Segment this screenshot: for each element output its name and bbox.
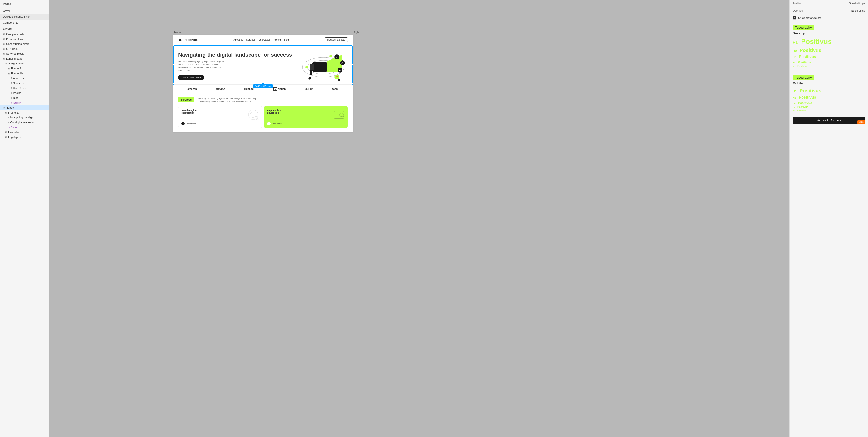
logo-icon <box>178 38 182 42</box>
logo-text: Positivus <box>184 38 198 42</box>
component-icon: ◇ <box>8 126 9 128</box>
layer-navigating-text[interactable]: T Navigating the digit... <box>0 115 49 120</box>
layer-logotypes[interactable]: ▣ Logotypes <box>0 135 49 139</box>
prototype-checkbox[interactable]: ✓ <box>793 16 796 20</box>
hero-description: Our digital marketing agency helps busin… <box>178 60 227 72</box>
learn-more-icon-seo: → <box>181 122 185 125</box>
typography-desktop-section: Typography Desktop H1 Positivus H2 Posit… <box>790 22 868 72</box>
text-icon: T <box>11 97 12 99</box>
logo-hubspot: HubSpot <box>244 88 254 90</box>
pages-header: Pages + <box>0 0 49 8</box>
layer-services-text[interactable]: T Services <box>0 81 49 86</box>
layer-navigation-bar[interactable]: ⊟ Navigation bar <box>0 61 49 66</box>
layer-pricing-text[interactable]: T Pricing <box>0 91 49 95</box>
canvas-frame: Positivus About us Services Use Cases Pr… <box>173 35 353 132</box>
layer-illustration[interactable]: ▣ Illustration <box>0 130 49 135</box>
site-nav: Positivus About us Services Use Cases Pr… <box>173 35 353 45</box>
text-icon: T <box>11 92 12 94</box>
hero-frame: 1440 × 515 Hug Navigating the digital la… <box>173 45 353 84</box>
logo-amazon: amazon <box>188 88 197 90</box>
h5-label: H5 <box>793 65 795 68</box>
layer-our-digital-text[interactable]: T Our digital marketin... <box>0 120 49 125</box>
layer-button-component-nav[interactable]: ◇ Button <box>0 100 49 105</box>
group-icon: ⊟ <box>3 106 5 109</box>
seo-illustration <box>247 108 259 121</box>
position-label: Position <box>793 2 847 5</box>
mobile-h3-label: H3 <box>793 102 796 104</box>
svg-point-25 <box>340 113 343 117</box>
layer-blog-text[interactable]: T Blog <box>0 95 49 100</box>
position-row: Position Scroll with pa <box>790 0 868 7</box>
site-nav-links: About us Services Use Cases Pricing Blog <box>234 38 289 41</box>
typo-h5-mobile: H5 Positivus <box>793 109 865 112</box>
layer-process-block[interactable]: ▣ Process block <box>0 36 49 41</box>
group-icon: ▣ <box>3 33 5 35</box>
page-desktop-phone-style[interactable]: Desktop, Phone, Style <box>0 14 49 20</box>
layer-cta-block[interactable]: ▣ CTA block <box>0 46 49 51</box>
nav-link-pricing[interactable]: Pricing <box>273 38 281 41</box>
layer-use-cases-text[interactable]: T Use Cases <box>0 86 49 91</box>
layer-landing-page[interactable]: ▣ Landing page <box>0 56 49 61</box>
page-cover[interactable]: Cover <box>0 8 49 14</box>
typo-h2-desktop: H2 Positivus <box>793 48 865 53</box>
frame-icon: ▣ <box>5 131 7 133</box>
card-title-seo: Search engine optimization <box>181 109 206 114</box>
h2-label: H2 <box>793 49 797 53</box>
hero-title: Navigating the digital landscape for suc… <box>178 52 299 58</box>
layer-services-block[interactable]: ▣ Services block <box>0 51 49 56</box>
svg-marker-0 <box>178 38 182 41</box>
book-consultation-button[interactable]: Book a consultation <box>178 75 205 80</box>
layer-case-studies-block[interactable]: ▣ Case studies block <box>0 41 49 46</box>
card-title-ppc: Pay-per-click advertising <box>267 109 292 114</box>
pages-label: Pages <box>3 2 11 5</box>
layer-group-of-cards[interactable]: ▣ Group of cards <box>0 32 49 36</box>
frame-icon: ▣ <box>3 57 5 60</box>
add-page-button[interactable]: + <box>44 2 46 6</box>
layer-frame-10[interactable]: ▣ Frame 10 <box>0 71 49 76</box>
nav-link-services[interactable]: Services <box>246 38 255 41</box>
layer-button-component-header[interactable]: ◇ Button <box>0 125 49 130</box>
svg-text:⬡: ⬡ <box>341 62 343 64</box>
mobile-h4-label: H4 <box>793 106 795 108</box>
text-icon: T <box>8 121 9 124</box>
svg-text:📍: 📍 <box>336 76 339 79</box>
mobile-h5-text: Positivus <box>797 109 806 112</box>
size-badge: 1440 × 515 Hug <box>253 84 273 88</box>
position-value: Scroll with pa <box>849 2 865 5</box>
frame-icon: ▣ <box>3 38 5 40</box>
nav-link-usecases[interactable]: Use Cases <box>258 38 270 41</box>
left-panel: Pages + Cover Desktop, Phone, Style Comp… <box>0 0 49 437</box>
logo-netflix: NETFLIX <box>305 88 313 90</box>
nav-link-about[interactable]: About us <box>234 38 243 41</box>
request-quote-button[interactable]: Request a quote <box>324 37 348 42</box>
pages-section: Pages + Cover Desktop, Phone, Style Comp… <box>0 0 49 26</box>
learn-more-ppc[interactable]: → Learn more <box>267 122 282 125</box>
font-find-badge[interactable]: You can find font here XDA <box>793 117 865 124</box>
services-section: Services At our digital marketing agency… <box>173 93 353 132</box>
svg-text:▶: ▶ <box>339 69 341 72</box>
mobile-h4-text: Positivus <box>797 106 808 108</box>
layer-frame-9[interactable]: ▣ Frame 9 <box>0 66 49 71</box>
layers-label: Layers <box>0 26 49 32</box>
services-description: At our digital marketing agency, we offe… <box>198 97 259 103</box>
svg-rect-3 <box>312 62 327 72</box>
frame-icon: ▣ <box>3 53 5 55</box>
svg-rect-24 <box>334 111 344 119</box>
learn-more-seo[interactable]: → Learn more <box>181 122 196 125</box>
service-cards-grid: Search engine optimization → Learn more <box>178 106 348 128</box>
main-canvas[interactable]: Home Style Positivus About us Services U… <box>49 0 789 437</box>
svg-point-16 <box>305 66 308 68</box>
typo-h3-mobile: H3 Positivus <box>793 101 865 105</box>
h2-text: Positivus <box>800 48 822 53</box>
typography-mobile-section: Typography Mobile H1 Positivus H2 Positi… <box>790 72 868 115</box>
layer-frame-13[interactable]: ▣ Frame 13 <box>0 110 49 115</box>
h1-text: Positivus <box>801 38 832 45</box>
layer-header[interactable]: ⊟ Header <box>0 105 49 110</box>
svg-line-23 <box>257 119 258 120</box>
mobile-h1-text: Positivus <box>800 88 822 93</box>
typo-h3-desktop: H3 Positivus <box>793 55 865 59</box>
page-components[interactable]: Components <box>0 20 49 26</box>
layer-about-us-text[interactable]: T About us <box>0 76 49 81</box>
nav-link-blog[interactable]: Blog <box>284 38 289 41</box>
prototype-checkbox-row[interactable]: ✓ Show prototype set <box>790 14 868 22</box>
